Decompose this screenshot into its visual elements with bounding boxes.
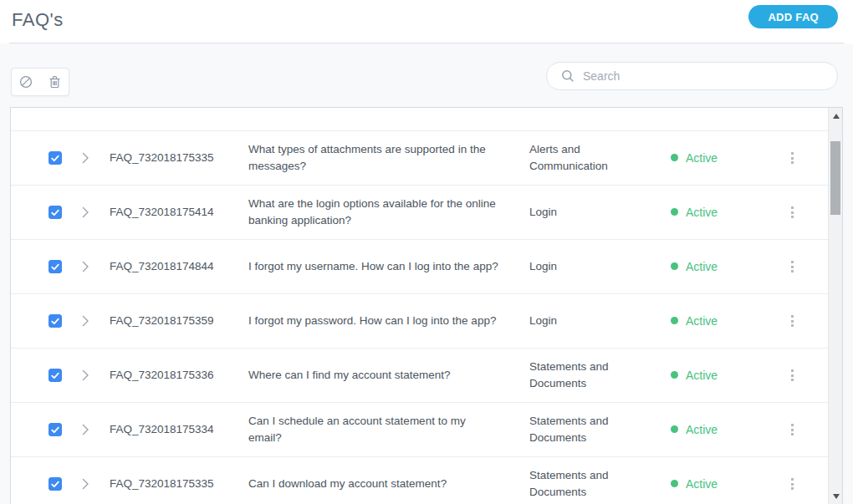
row-checkbox[interactable] [49, 260, 62, 273]
table-row: FAQ_732018175359 I forgot my password. H… [11, 294, 828, 349]
chevron-right-icon[interactable] [79, 260, 92, 273]
row-checkbox[interactable] [49, 206, 62, 219]
faq-category: Statements and Documents [529, 359, 646, 391]
scrollbar-down-arrow[interactable] [829, 489, 843, 503]
row-checkbox[interactable] [49, 477, 62, 491]
table-row: FAQ_732018175334 Can I schedule an accou… [11, 403, 828, 457]
chevron-right-icon[interactable] [79, 151, 92, 165]
table-row-partial [11, 108, 828, 131]
kebab-menu-icon[interactable] [785, 205, 799, 220]
faq-question: What types of attachments are supported … [248, 141, 499, 174]
disable-icon[interactable] [19, 75, 33, 89]
faq-question: Where can I find my account statement? [248, 367, 499, 384]
faq-category: Statements and Documents [529, 413, 646, 445]
trash-icon[interactable] [48, 75, 62, 89]
faq-category: Statements and Documents [529, 467, 646, 500]
faq-category: Login [529, 204, 646, 221]
faq-category: Alerts and Communication [529, 141, 646, 174]
chevron-right-icon[interactable] [79, 314, 92, 328]
status-dot-icon [671, 154, 678, 161]
row-checkbox[interactable] [49, 314, 62, 328]
faq-table: FAQ_732018175335 What types of attachmen… [10, 107, 843, 504]
vertical-scrollbar[interactable] [828, 108, 842, 504]
table-row: FAQ_732018175335 Can I download my accou… [11, 457, 828, 504]
faq-id: FAQ_732018175335 [110, 150, 247, 166]
row-checkbox[interactable] [49, 423, 62, 436]
status-badge: Active [671, 150, 763, 166]
status-dot-icon [671, 208, 678, 216]
page-title: FAQ's [12, 9, 64, 31]
status-badge: Active [671, 204, 763, 221]
faq-category: Login [529, 313, 646, 329]
status-badge: Active [671, 421, 763, 438]
row-checkbox[interactable] [49, 151, 62, 165]
status-label: Active [686, 150, 718, 166]
faq-question: Can I schedule an account statement to m… [248, 413, 499, 445]
table-row: FAQ_732018175414 What are the login opti… [11, 186, 828, 240]
add-faq-button[interactable]: ADD FAQ [748, 5, 838, 28]
bulk-actions-toolbar [11, 68, 69, 96]
table-row: FAQ_732018175335 What types of attachmen… [11, 131, 828, 186]
search-bar [546, 62, 838, 90]
chevron-right-icon[interactable] [79, 206, 92, 219]
faq-question: I forgot my password. How can I log into… [248, 313, 499, 329]
status-label: Active [686, 313, 718, 329]
table-row: FAQ_732018174844 I forgot my username. H… [11, 240, 828, 294]
faq-question: Can I download my account statement? [248, 476, 499, 492]
table-row: FAQ_732018175336 Where can I find my acc… [11, 349, 828, 403]
kebab-menu-icon[interactable] [785, 259, 799, 274]
kebab-menu-icon[interactable] [785, 476, 799, 491]
status-badge: Active [671, 476, 763, 492]
status-dot-icon [671, 371, 678, 379]
kebab-menu-icon[interactable] [785, 150, 799, 165]
faq-id: FAQ_732018175336 [110, 367, 247, 384]
status-label: Active [686, 367, 718, 384]
faq-id: FAQ_732018175335 [110, 476, 247, 492]
status-label: Active [686, 476, 718, 492]
status-dot-icon [671, 425, 678, 433]
header-divider [9, 43, 844, 43]
row-checkbox[interactable] [49, 369, 62, 382]
status-dot-icon [671, 262, 678, 270]
search-input[interactable] [583, 64, 825, 89]
chevron-right-icon[interactable] [79, 423, 92, 436]
status-dot-icon [671, 317, 678, 324]
faq-id: FAQ_732018175334 [110, 421, 247, 438]
status-badge: Active [671, 258, 763, 275]
faq-id: FAQ_732018175414 [110, 204, 247, 221]
scrollbar-thumb[interactable] [830, 141, 840, 215]
scrollbar-up-arrow[interactable] [829, 109, 843, 123]
faq-question: I forgot my username. How can I log into… [248, 258, 499, 275]
kebab-menu-icon[interactable] [785, 368, 799, 383]
faq-question: What are the login options available for… [248, 196, 499, 228]
status-label: Active [686, 258, 718, 275]
page-header: FAQ's ADD FAQ [0, 0, 853, 43]
search-icon [561, 69, 575, 83]
status-badge: Active [671, 313, 763, 329]
faq-table-body: FAQ_732018175335 What types of attachmen… [11, 108, 828, 504]
status-label: Active [686, 204, 718, 221]
faq-id: FAQ_732018174844 [110, 258, 247, 275]
chevron-right-icon[interactable] [79, 477, 92, 491]
kebab-menu-icon[interactable] [785, 422, 799, 437]
chevron-right-icon[interactable] [79, 369, 92, 382]
status-badge: Active [671, 367, 763, 384]
status-dot-icon [671, 480, 678, 487]
faq-id: FAQ_732018175359 [110, 313, 247, 329]
kebab-menu-icon[interactable] [785, 313, 799, 328]
faq-category: Login [529, 258, 646, 275]
status-label: Active [686, 421, 718, 438]
